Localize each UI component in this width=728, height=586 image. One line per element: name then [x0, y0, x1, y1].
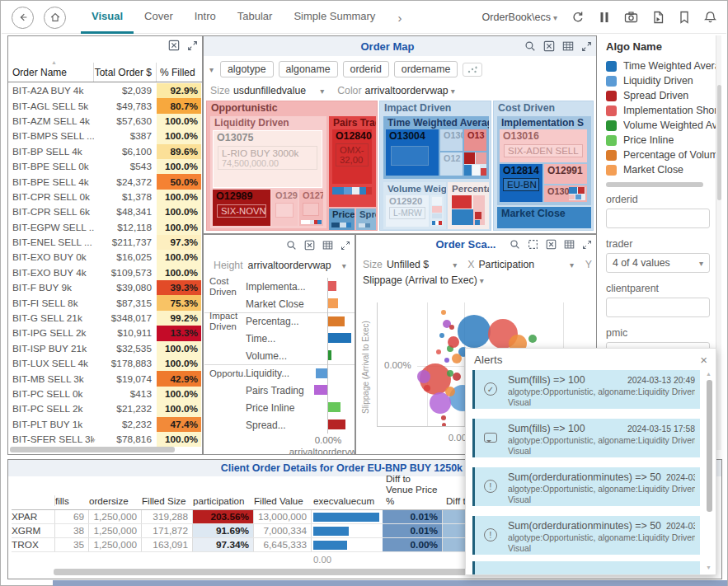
table-row[interactable]: BIT-LUX SELL 4k $178,883 100.0%	[8, 356, 201, 371]
bar-row[interactable]: Cost Driven Implementa...	[204, 278, 355, 295]
bar-row[interactable]: Spread...	[204, 416, 355, 434]
scatter-bubble[interactable]	[441, 310, 446, 315]
table-row[interactable]: BIT-PLT BUY 1k $2,232 47.4%	[8, 417, 201, 432]
bar[interactable]	[328, 281, 336, 291]
trader-dropdown[interactable]: 4 of 4 values	[606, 253, 710, 273]
legend-item[interactable]: Percentage of Volume	[606, 148, 716, 162]
scatter-bubble[interactable]	[445, 387, 455, 396]
bar-row[interactable]: Market Close	[204, 295, 355, 312]
scatter-bubble[interactable]	[452, 354, 462, 363]
scatter-bubble[interactable]	[528, 335, 537, 343]
legend-item[interactable]: Time Weighted Average	[606, 59, 716, 73]
bar[interactable]	[328, 420, 345, 429]
search-icon[interactable]	[510, 239, 520, 250]
bell-icon[interactable]	[704, 11, 716, 24]
table-row[interactable]: BIT-EXO BUY 0k $16,025 100.0%	[8, 250, 201, 265]
expand-icon[interactable]	[581, 41, 592, 52]
scroll-down-icon[interactable]	[706, 564, 712, 571]
column-header[interactable]: ordersize	[89, 495, 142, 506]
search-icon[interactable]	[286, 240, 297, 251]
treemap-node-impact-driven[interactable]: Impact Driven Time Weighted Average O130…	[379, 101, 491, 231]
horizontal-scrollbar[interactable]	[10, 447, 175, 452]
tab[interactable]: Visual	[81, 2, 134, 34]
expand-icon[interactable]	[582, 240, 592, 250]
more-rows-caret-icon[interactable]	[91, 434, 96, 445]
scatter-bubble[interactable]	[448, 336, 459, 348]
tab[interactable]: Cover	[134, 2, 184, 34]
treemap-node-liquidity-driven[interactable]: Liquidity Driven O13075 L-RIO BUY 3000k …	[210, 116, 326, 228]
column-header[interactable]: Filled Value	[254, 495, 312, 506]
close-icon[interactable]: ×	[700, 353, 707, 367]
column-header[interactable]: fills	[54, 495, 89, 506]
column-header[interactable]: participation	[193, 495, 254, 506]
legend-scrollbar[interactable]	[606, 182, 703, 187]
scatter-bubble[interactable]	[458, 315, 491, 348]
table-row[interactable]: XGRM 38 1,250,000 171,872 91.69% 7,000,3…	[12, 524, 507, 538]
bookmark-icon[interactable]	[679, 11, 690, 24]
tab[interactable]: Tabular	[227, 2, 284, 34]
bar-row[interactable]: Opportu... Liquidity...	[204, 364, 355, 382]
table-row[interactable]: BIT-ENEL SELL ... $211,737 97.3%	[8, 235, 201, 250]
legend-item[interactable]: Market Close	[606, 162, 716, 177]
workbook-selector[interactable]: OrderBook\ecs	[482, 12, 557, 23]
alert-item-partial[interactable]	[472, 561, 700, 574]
excel-export-icon[interactable]	[543, 40, 555, 52]
table-row[interactable]: BIT-BP SELL 4k $6,100 89.6%	[8, 144, 201, 159]
table-row[interactable]: BIT-FI SELL 8k $87,315 75.3%	[8, 295, 201, 310]
table-row[interactable]: BIT-PC SELL 0k $413 100.0%	[8, 387, 201, 401]
table-row[interactable]: BIT-AGL SELL 5k $49,783 80.7%	[8, 98, 201, 113]
treemap-tile-o12[interactable]: O12	[440, 152, 463, 176]
table-row[interactable]: BIT-A2A BUY 4k $2,039 92.9%	[8, 83, 201, 98]
bar[interactable]	[328, 402, 341, 412]
legend-item[interactable]: Implementation Shortfall	[606, 103, 716, 118]
treemap-node-market-close[interactable]: Market Close	[497, 207, 591, 228]
table-row[interactable]: BIT-PC SELL 2k $21,232 100.0%	[8, 401, 201, 416]
treemap-tile-o12989[interactable]: O12989 SIX-NOVN	[213, 190, 270, 226]
table-row[interactable]: BIT-BPE SELL 0k $543 100.0%	[8, 159, 201, 174]
legend-item[interactable]: Liquidity Driven	[606, 73, 716, 88]
table-row[interactable]: BIT-EXO BUY 4k $109,573 100.0%	[8, 265, 201, 280]
expand-icon[interactable]	[187, 40, 198, 51]
pdf-export-icon[interactable]	[652, 11, 665, 24]
rectangle-select-icon[interactable]	[528, 239, 538, 250]
bar-row[interactable]: Price Inline	[204, 399, 355, 416]
column-header-total-order[interactable]: Total Order $	[94, 63, 157, 82]
column-header[interactable]: Diff to Venue Price %	[383, 473, 443, 506]
scatter-bubble[interactable]	[436, 349, 441, 354]
alert-item[interactable]: ! Sum(orderdurationminutes) => 50 2024-0…	[472, 467, 700, 506]
table-row[interactable]: BIT-CPR SELL 0k $1,378 100.0%	[8, 190, 201, 204]
column-header-pct-filled[interactable]: % Filled	[157, 67, 202, 78]
scatter-bubble[interactable]	[453, 373, 461, 381]
scatter-bubble[interactable]	[442, 423, 446, 427]
treemap-tile-price-inline[interactable]: Price	[329, 209, 355, 230]
bar-row[interactable]: Time...	[204, 330, 355, 347]
treemap-node-pov[interactable]: Percenta	[448, 182, 489, 229]
tab[interactable]: Simple Summary	[283, 2, 386, 34]
home-button[interactable]	[44, 7, 66, 29]
bar[interactable]	[314, 385, 328, 395]
table-row[interactable]: TROX 35 1,250,000 163,091 97.34% 6,645,3…	[12, 538, 507, 552]
table-icon[interactable]	[564, 239, 575, 250]
camera-icon[interactable]	[624, 11, 638, 24]
y-dropdown[interactable]: Slippage (Arrival to Exec)	[363, 274, 484, 286]
orderid-input[interactable]	[606, 209, 710, 228]
column-header[interactable]: execvaluecum	[312, 495, 383, 506]
excel-export-icon[interactable]	[168, 40, 180, 51]
table-row[interactable]: BIT-MB SELL 3k $19,074 42.9%	[8, 371, 201, 386]
scroll-up-icon[interactable]	[706, 370, 712, 377]
column-header[interactable]: Filled Size	[142, 495, 193, 506]
table-row[interactable]: BIT-BMPS SELL ... $387 100.0%	[8, 129, 201, 143]
scatter-bubble[interactable]	[439, 333, 444, 338]
breakdown-pill[interactable]: algoname	[279, 61, 338, 77]
table-row[interactable]: BIT-SFER SELL 3k $78,816 100.0%	[8, 432, 201, 447]
alerts-scrollbar[interactable]	[706, 372, 713, 570]
color-dropdown[interactable]: arrivaltoordervwap	[365, 85, 455, 96]
bar-row[interactable]: Pairs Trading	[204, 382, 355, 399]
treemap-tile-spread[interactable]: Spre	[356, 209, 376, 230]
size-dropdown[interactable]: Unfilled $	[387, 259, 457, 270]
scatter-bubble[interactable]	[424, 385, 430, 391]
treemap-node-opportunistic[interactable]: Opportunistic Liquidity Driven O13075 L-…	[206, 101, 378, 231]
table-icon[interactable]	[322, 240, 333, 251]
expand-icon[interactable]	[341, 241, 350, 251]
bar[interactable]	[328, 333, 351, 343]
